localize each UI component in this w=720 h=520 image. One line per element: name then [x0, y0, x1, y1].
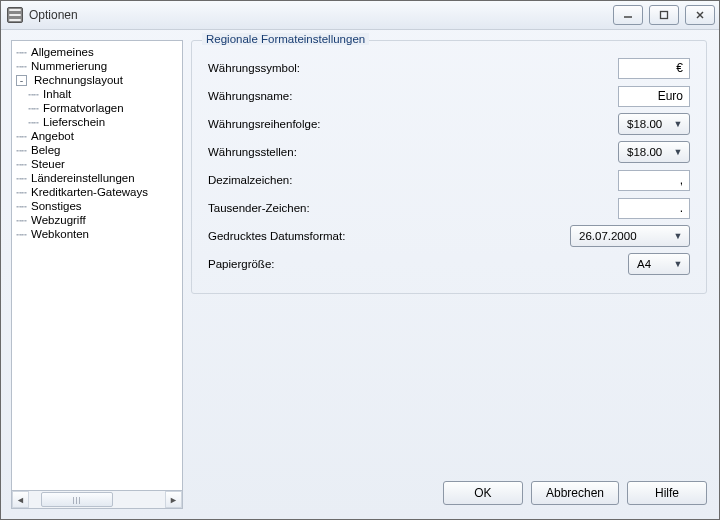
tree-item[interactable]: ⋯⋯Formatvorlagen [12, 101, 182, 115]
minimize-button[interactable] [613, 5, 643, 25]
combo-value: $18.00 [627, 118, 671, 130]
tree-item-label: Kreditkarten-Gateways [31, 186, 148, 198]
tree-item[interactable]: ⋯⋯Sonstiges [12, 199, 182, 213]
svg-rect-1 [661, 12, 668, 19]
scroll-track[interactable]: ||| [29, 491, 165, 508]
row-date-format: Gedrucktes Datumsformat: 26.07.2000 ▼ [208, 223, 690, 249]
tree-item[interactable]: ⋯⋯Kreditkarten-Gateways [12, 185, 182, 199]
tree-panel: ⋯⋯Allgemeines⋯⋯Nummerierung-Rechnungslay… [11, 40, 183, 509]
scroll-left-arrow[interactable]: ◄ [12, 491, 29, 508]
label-date-format: Gedrucktes Datumsformat: [208, 230, 570, 242]
tree-item[interactable]: ⋯⋯Webkonten [12, 227, 182, 241]
tree-item-label: Formatvorlagen [43, 102, 124, 114]
label-currency-places: Währungsstellen: [208, 146, 618, 158]
chevron-down-icon: ▼ [671, 259, 685, 269]
row-paper-size: Papiergröße: A4 ▼ [208, 251, 690, 277]
input-currency-name[interactable] [618, 86, 690, 107]
window-title: Optionen [29, 8, 613, 22]
row-currency-order: Währungsreihenfolge: $18.00 ▼ [208, 111, 690, 137]
tree-item-label: Nummerierung [31, 60, 107, 72]
combo-value: $18.00 [627, 146, 671, 158]
row-currency-name: Währungsname: [208, 83, 690, 109]
maximize-button[interactable] [649, 5, 679, 25]
tree-item-label: Angebot [31, 130, 74, 142]
tree-item[interactable]: ⋯⋯Allgemeines [12, 45, 182, 59]
collapse-icon[interactable]: - [16, 75, 27, 86]
tree-item-label: Rechnungslayout [34, 74, 123, 86]
tree-item-label: Sonstiges [31, 200, 82, 212]
combo-currency-order[interactable]: $18.00 ▼ [618, 113, 690, 135]
tree-item-label: Inhalt [43, 88, 71, 100]
nav-tree[interactable]: ⋯⋯Allgemeines⋯⋯Nummerierung-Rechnungslay… [11, 40, 183, 491]
combo-paper-size[interactable]: A4 ▼ [628, 253, 690, 275]
ok-button[interactable]: OK [443, 481, 523, 505]
label-currency-symbol: Währungssymbol: [208, 62, 618, 74]
help-button[interactable]: Hilfe [627, 481, 707, 505]
tree-item[interactable]: ⋯⋯Ländereinstellungen [12, 171, 182, 185]
combo-date-format[interactable]: 26.07.2000 ▼ [570, 225, 690, 247]
group-title: Regionale Formateinstellungen [202, 33, 369, 45]
tree-item[interactable]: -Rechnungslayout [12, 73, 182, 87]
label-currency-name: Währungsname: [208, 90, 618, 102]
app-icon [7, 7, 23, 23]
close-button[interactable] [685, 5, 715, 25]
options-window: Optionen ⋯⋯Allgemeines⋯⋯Nummerierung-Rec… [0, 0, 720, 520]
content-panel: Regionale Formateinstellungen Währungssy… [191, 40, 707, 509]
input-currency-symbol[interactable] [618, 58, 690, 79]
chevron-down-icon: ▼ [671, 119, 685, 129]
client-area: ⋯⋯Allgemeines⋯⋯Nummerierung-Rechnungslay… [1, 30, 719, 519]
regional-settings-group: Regionale Formateinstellungen Währungssy… [191, 40, 707, 294]
combo-value: 26.07.2000 [579, 230, 671, 242]
tree-item[interactable]: ⋯⋯Steuer [12, 157, 182, 171]
tree-item-label: Lieferschein [43, 116, 105, 128]
scroll-right-arrow[interactable]: ► [165, 491, 182, 508]
cancel-button[interactable]: Abbrechen [531, 481, 619, 505]
row-currency-symbol: Währungssymbol: [208, 55, 690, 81]
tree-item-label: Allgemeines [31, 46, 94, 58]
tree-item[interactable]: ⋯⋯Webzugriff [12, 213, 182, 227]
input-decimal-sep[interactable] [618, 170, 690, 191]
label-thousand-sep: Tausender-Zeichen: [208, 202, 618, 214]
combo-value: A4 [637, 258, 671, 270]
tree-item-label: Steuer [31, 158, 65, 170]
chevron-down-icon: ▼ [671, 231, 685, 241]
titlebar[interactable]: Optionen [1, 1, 719, 30]
tree-item-label: Webzugriff [31, 214, 86, 226]
label-paper-size: Papiergröße: [208, 258, 628, 270]
tree-item[interactable]: ⋯⋯Inhalt [12, 87, 182, 101]
label-decimal-sep: Dezimalzeichen: [208, 174, 618, 186]
tree-item-label: Webkonten [31, 228, 89, 240]
tree-item-label: Beleg [31, 144, 60, 156]
row-thousand-sep: Tausender-Zeichen: [208, 195, 690, 221]
input-thousand-sep[interactable] [618, 198, 690, 219]
row-decimal-sep: Dezimalzeichen: [208, 167, 690, 193]
tree-item[interactable]: ⋯⋯Nummerierung [12, 59, 182, 73]
tree-item[interactable]: ⋯⋯Angebot [12, 129, 182, 143]
tree-item[interactable]: ⋯⋯Beleg [12, 143, 182, 157]
chevron-down-icon: ▼ [671, 147, 685, 157]
spacer [191, 294, 707, 471]
window-controls [613, 5, 715, 25]
tree-item[interactable]: ⋯⋯Lieferschein [12, 115, 182, 129]
h-scrollbar[interactable]: ◄ ||| ► [11, 491, 183, 509]
row-currency-places: Währungsstellen: $18.00 ▼ [208, 139, 690, 165]
label-currency-order: Währungsreihenfolge: [208, 118, 618, 130]
scroll-thumb[interactable]: ||| [41, 492, 113, 507]
dialog-buttons: OK Abbrechen Hilfe [191, 471, 707, 509]
combo-currency-places[interactable]: $18.00 ▼ [618, 141, 690, 163]
tree-item-label: Ländereinstellungen [31, 172, 135, 184]
